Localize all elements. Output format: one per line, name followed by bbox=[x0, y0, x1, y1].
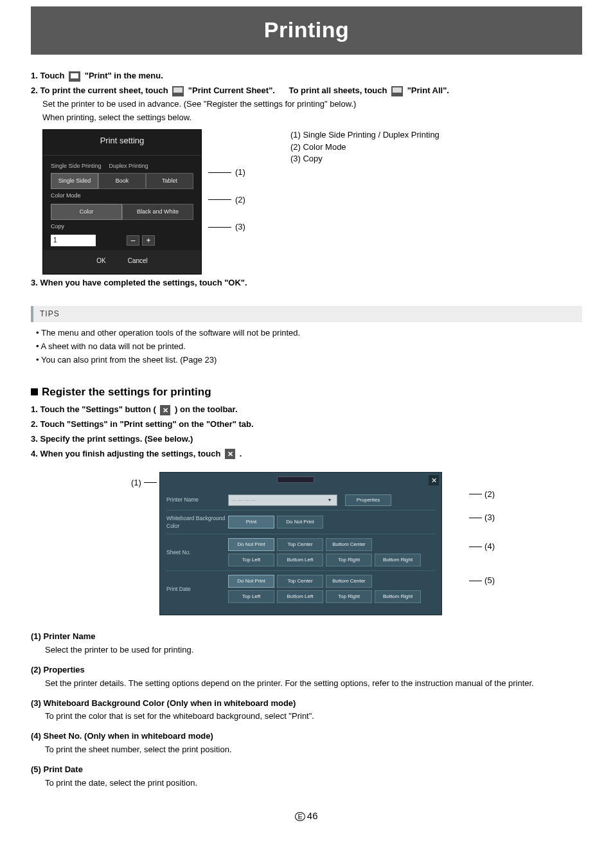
color-mode-label: Color Mode bbox=[51, 192, 193, 200]
def-body: Select the printer to be used for printi… bbox=[45, 644, 582, 656]
callout-2: (2) bbox=[235, 194, 245, 206]
properties-button[interactable]: Properties bbox=[345, 494, 391, 506]
page-number-value: 46 bbox=[307, 810, 318, 821]
note-1: (1) Single Side Printing / Duplex Printi… bbox=[290, 129, 440, 141]
def-body: Set the printer details. The setting opt… bbox=[45, 678, 582, 690]
def-body: To print the date, select the print posi… bbox=[45, 777, 582, 790]
printer-name-label: Printer Name bbox=[166, 496, 228, 503]
tip-item: A sheet with no data will not be printed… bbox=[36, 341, 582, 353]
callout-4: (4) bbox=[484, 541, 495, 553]
date-opt[interactable]: Bottom Center bbox=[326, 575, 372, 588]
note-3: (3) Copy bbox=[290, 153, 440, 165]
print-icon bbox=[69, 71, 80, 82]
step-3: 3. When you have completed the settings,… bbox=[31, 278, 247, 287]
print-current-icon bbox=[172, 86, 184, 96]
bg-print-button[interactable]: Print bbox=[228, 516, 274, 529]
opt-color[interactable]: Color bbox=[51, 204, 122, 220]
step-text: Specify the print settings. (See below.) bbox=[40, 434, 193, 444]
tab-duplex[interactable]: Duplex Printing bbox=[109, 162, 148, 170]
close-icon bbox=[160, 405, 170, 415]
step-number: 2. bbox=[31, 86, 38, 95]
date-opt[interactable]: Top Left bbox=[228, 590, 274, 603]
def-heading: (1) Printer Name bbox=[31, 631, 582, 643]
print-settings-dialog: ✕ Printer Name — — — —▾ Properties White… bbox=[159, 472, 442, 616]
step-text: When you finish adjusting the settings, … bbox=[40, 449, 223, 458]
sheet-opt[interactable]: Do Not Print bbox=[228, 538, 274, 551]
copy-label: Copy bbox=[51, 222, 193, 231]
sheet-opt[interactable]: Top Center bbox=[277, 538, 323, 551]
page-e-badge: E bbox=[295, 812, 305, 821]
sheet-opt[interactable]: Top Right bbox=[326, 554, 372, 566]
printer-dropdown[interactable]: — — — —▾ bbox=[228, 494, 337, 506]
tip-item: The menu and other operation tools of th… bbox=[36, 327, 582, 339]
tips-heading: TIPS bbox=[31, 306, 582, 322]
section-heading: Register the settings for printing bbox=[31, 384, 582, 401]
date-opt[interactable]: Top Right bbox=[326, 590, 372, 603]
print-all-icon bbox=[391, 86, 403, 96]
dialog-close-button[interactable]: ✕ bbox=[429, 475, 439, 485]
opt-book[interactable]: Book bbox=[98, 173, 146, 189]
step-text-pre: To print the current sheet, touch bbox=[40, 86, 170, 95]
dialog-title: Print setting bbox=[43, 130, 201, 156]
sheet-opt[interactable]: Bottom Center bbox=[326, 538, 372, 551]
tips-list: The menu and other operation tools of th… bbox=[36, 327, 582, 366]
sheet-opt[interactable]: Top Left bbox=[228, 554, 274, 566]
copy-minus-button[interactable]: – bbox=[127, 235, 139, 246]
callout-5: (5) bbox=[484, 575, 495, 587]
callout-notes: (1) Single Side Printing / Duplex Printi… bbox=[290, 129, 440, 166]
step2b-post: "Print All". bbox=[407, 86, 449, 95]
sheet-opt[interactable]: Bottom Right bbox=[375, 554, 421, 566]
copy-plus-button[interactable]: + bbox=[142, 235, 155, 246]
definitions-list: (1) Printer Name Select the printer to b… bbox=[31, 631, 582, 789]
tip-item: You can also print from the sheet list. … bbox=[36, 354, 582, 366]
def-heading: (3) Whiteboard Background Color (Only wh… bbox=[31, 698, 582, 710]
body-text: When printing, select the settings below… bbox=[42, 112, 582, 124]
ok-button[interactable]: OK bbox=[96, 257, 105, 266]
tab-single-side[interactable]: Single Side Printing bbox=[51, 162, 102, 170]
step-text: . bbox=[240, 449, 242, 458]
close-icon bbox=[225, 449, 235, 459]
date-opt[interactable]: Bottom Right bbox=[375, 590, 421, 603]
step-number: 4. bbox=[31, 449, 38, 458]
bullet-square-icon bbox=[31, 388, 38, 395]
bg-donotprint-button[interactable]: Do Not Print bbox=[277, 516, 323, 529]
step-text: Touch the "Settings" button ( bbox=[40, 404, 155, 414]
step2b-pre: To print all sheets, touch bbox=[289, 86, 390, 95]
def-body: To print the sheet number, select the pr… bbox=[45, 744, 582, 756]
opt-single-sided[interactable]: Single Sided bbox=[51, 173, 98, 189]
chapter-banner: Printing bbox=[31, 6, 582, 55]
callout-3: (3) bbox=[484, 512, 495, 524]
date-opt[interactable]: Bottom Left bbox=[277, 590, 323, 603]
callout-1-left: (1) bbox=[131, 477, 141, 489]
date-opt[interactable]: Do Not Print bbox=[228, 575, 274, 588]
drag-handle-icon[interactable] bbox=[277, 476, 314, 483]
step-text-post: "Print" in the menu. bbox=[85, 71, 163, 80]
page-number: E46 bbox=[31, 809, 582, 823]
def-heading: (2) Properties bbox=[31, 664, 582, 676]
print-setting-dialog: Print setting Single Side Printing Duple… bbox=[42, 129, 202, 275]
print-date-label: Print Date bbox=[166, 585, 228, 593]
body-text: Set the printer to be used in advance. (… bbox=[42, 98, 582, 111]
def-body: To print the color that is set for the w… bbox=[45, 710, 582, 723]
step-text-pre: Touch bbox=[40, 71, 67, 80]
callout-3: (3) bbox=[235, 221, 245, 233]
sheet-no-label: Sheet No. bbox=[166, 548, 228, 556]
step-number: 2. bbox=[31, 419, 38, 429]
callout-1: (1) bbox=[235, 167, 245, 179]
copy-value[interactable]: 1 bbox=[51, 235, 96, 247]
sheet-opt[interactable]: Bottom Left bbox=[277, 554, 323, 566]
steps-list-a: 1. Touch "Print" in the menu. 2. To prin… bbox=[31, 70, 582, 274]
note-2: (2) Color Mode bbox=[290, 141, 440, 154]
cancel-button[interactable]: Cancel bbox=[128, 257, 148, 266]
def-heading: (4) Sheet No. (Only when in whiteboard m… bbox=[31, 730, 582, 743]
def-heading: (5) Print Date bbox=[31, 764, 582, 776]
date-opt[interactable]: Top Center bbox=[277, 575, 323, 588]
bg-color-label: Whiteboard Background Color bbox=[166, 514, 228, 530]
steps-list-b: 1. Touch the "Settings" button ( ) on th… bbox=[31, 404, 582, 460]
step-number: 1. bbox=[31, 71, 38, 80]
step-number: 1. bbox=[31, 404, 38, 414]
opt-bw[interactable]: Black and White bbox=[122, 204, 193, 220]
opt-tablet[interactable]: Tablet bbox=[146, 173, 193, 189]
callout-2: (2) bbox=[484, 489, 495, 501]
step-text-post: "Print Current Sheet". bbox=[188, 86, 275, 95]
